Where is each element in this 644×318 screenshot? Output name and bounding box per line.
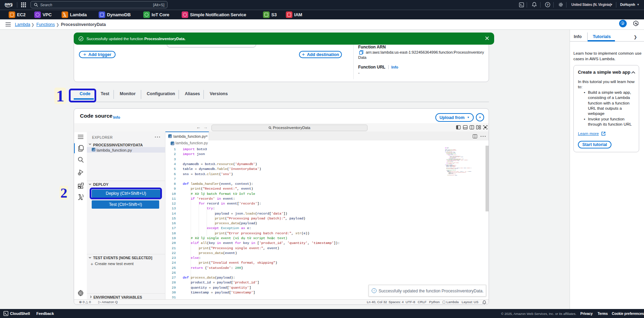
svg-text:?: ? [547,3,549,7]
